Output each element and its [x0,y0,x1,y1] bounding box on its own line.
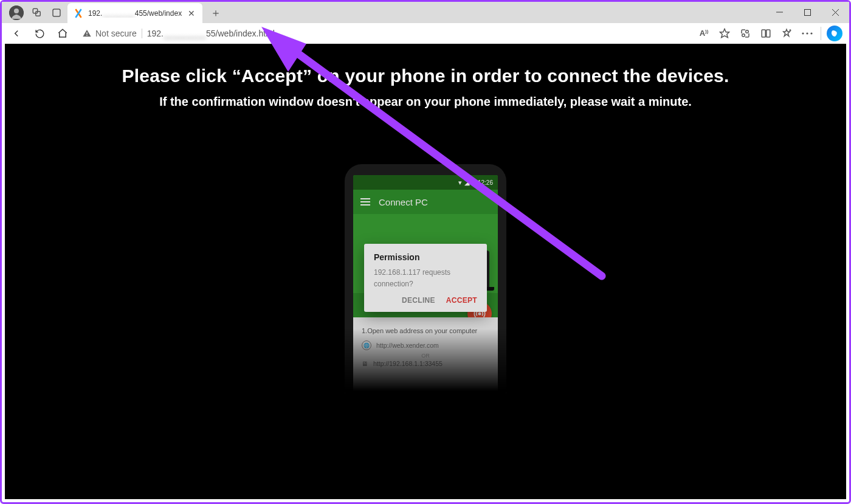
url-row-1: 🌐 http://web.xender.com [362,340,489,350]
step1-label: 1.Open web address on your computer [362,327,489,334]
globe-icon: 🌐 [362,340,371,350]
back-button[interactable] [7,25,26,42]
signal-icon: ▾ [458,179,462,187]
svg-point-20 [806,32,808,34]
favorite-button[interactable] [715,25,734,42]
tab-close-button[interactable]: ✕ [187,9,196,18]
address-bar[interactable]: Not secure 192._________55/web/index.htm… [76,24,691,43]
refresh-button[interactable] [30,25,49,42]
home-button[interactable] [53,25,72,42]
svg-point-21 [810,32,812,34]
svg-point-1 [14,9,19,13]
tab-actions-icon[interactable] [50,7,63,19]
hamburger-icon[interactable] [360,198,370,205]
more-button[interactable] [798,25,817,42]
url-row-2: 🖥 http://192.168.1.1:33455 [362,360,489,367]
status-time: 12:26 [478,179,493,186]
battery-icon: ▮ [472,179,475,187]
separator [142,29,142,38]
accept-button[interactable]: ACCEPT [446,294,477,307]
window-controls [765,4,849,22]
workspaces-icon[interactable] [31,7,43,19]
svg-marker-16 [784,29,790,36]
or-label: OR [362,353,489,359]
computer-icon: 🖥 [362,360,368,367]
phone-appbar: Connect PC [353,190,498,214]
svg-rect-10 [86,35,87,36]
toolbar: Not secure 192._________55/web/index.htm… [2,23,849,44]
new-tab-button[interactable]: ＋ [207,4,224,21]
separator [821,27,821,40]
titlebar: 192.________455/web/index ✕ ＋ [2,2,849,23]
svg-rect-6 [804,10,810,16]
toolbar-right: A)) [694,25,844,42]
page-heading: Please click “Accept” on your phone in o… [5,66,846,86]
copilot-button[interactable] [825,25,844,42]
read-aloud-button[interactable]: A)) [694,25,714,42]
permission-dialog: Permission 192.168.1.117 requests connec… [364,244,487,312]
phone-mockup: ▾ ◢ ▮ 12:26 Connect PC Andoumiao [345,164,506,401]
phone-statusbar: ▾ ◢ ▮ 12:26 [353,175,498,190]
lower-panel: 1.Open web address on your computer 🌐 ht… [353,317,498,401]
signal-bars-icon: ◢ [464,179,469,187]
svg-rect-14 [762,30,765,37]
warning-icon [82,29,92,38]
url1-text: http://web.xender.com [376,342,439,349]
browser-chrome: 192.________455/web/index ✕ ＋ Not secure… [2,2,849,44]
split-screen-button[interactable] [756,25,776,42]
extensions-button[interactable] [736,25,755,42]
svg-point-19 [802,32,804,34]
dialog-body: 192.168.1.117 requests connection? [374,267,477,290]
phone-screen: ▾ ◢ ▮ 12:26 Connect PC Andoumiao [353,175,498,401]
dialog-actions: DECLINE ACCEPT [374,294,477,307]
profile-avatar[interactable] [9,5,24,20]
decline-button[interactable]: DECLINE [402,294,435,307]
tab-title: 192.________455/web/index [88,9,182,18]
page-subheading: If the confirmation window doesn't appea… [5,95,846,109]
url-display: 192._________55/web/index.html [147,29,275,38]
svg-point-22 [478,312,480,314]
svg-rect-9 [86,32,87,34]
favorites-bar-button[interactable] [777,25,796,42]
not-secure-label: Not secure [95,29,137,38]
svg-marker-11 [720,29,729,38]
svg-point-12 [742,34,745,37]
tab-favicon-icon [74,9,83,18]
dialog-title: Permission [374,252,477,262]
svg-rect-15 [767,30,770,37]
svg-rect-4 [53,9,60,16]
close-window-button[interactable] [821,4,849,22]
maximize-button[interactable] [793,4,821,22]
security-indicator[interactable]: Not secure [82,29,137,38]
browser-tab[interactable]: 192.________455/web/index ✕ [67,3,202,24]
url2-text: http://192.168.1.1:33455 [373,360,443,367]
minimize-button[interactable] [765,4,793,22]
page-content: Please click “Accept” on your phone in o… [5,44,846,499]
titlebar-left [2,5,63,20]
appbar-title: Connect PC [379,197,428,207]
svg-point-13 [746,30,749,33]
